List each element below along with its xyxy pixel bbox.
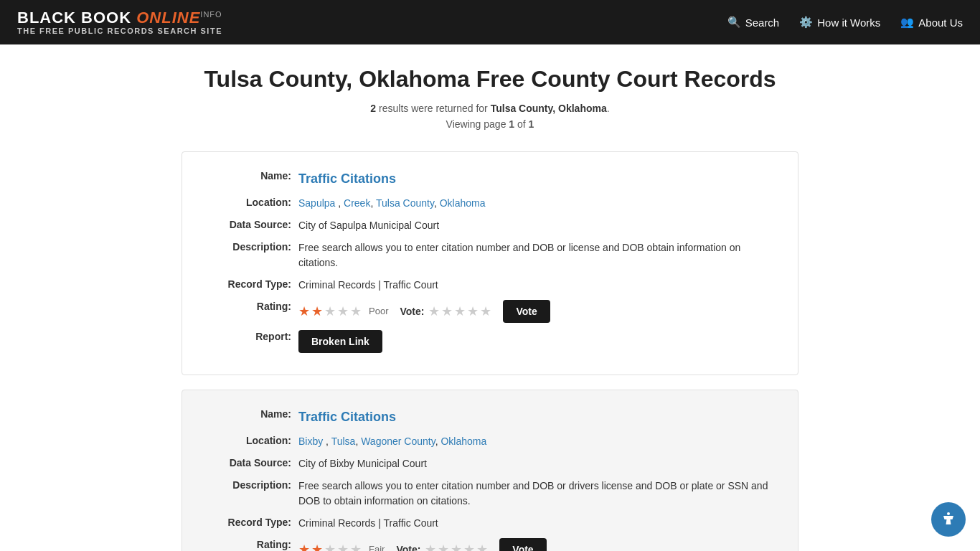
record-name-row-2: Name: Traffic Citations: [205, 408, 775, 427]
record-location-row-2: Location: Bixby , Tulsa, Wagoner County,…: [205, 434, 775, 449]
vote-stars-display-2: ★ ★ ★ ★ ★: [425, 540, 488, 552]
vote-star-2-1[interactable]: ★: [425, 540, 436, 552]
rating-star-1-1: ★: [298, 302, 310, 321]
rating-star-2-3: ★: [324, 540, 336, 552]
record-description-row-2: Description: Free search allows you to e…: [205, 479, 775, 509]
page-total: 1: [529, 118, 534, 130]
logo-subtitle: THE FREE PUBLIC RECORDS SEARCH SITE: [17, 27, 222, 35]
results-text: results were returned for: [379, 103, 491, 114]
record-type-row-1: Record Type: Criminal Records | Traffic …: [205, 278, 775, 293]
description-label-1: Description:: [205, 240, 298, 253]
record-rating-row-1: Rating: ★ ★ ★ ★ ★ Poor Vote:: [205, 300, 775, 323]
rating-text-1: Poor: [369, 304, 388, 319]
rating-stars-1: ★ ★ ★ ★ ★ Poor: [298, 302, 388, 321]
vote-label-2: Vote:: [396, 542, 420, 552]
record-type-value-1: Criminal Records | Traffic Court: [298, 278, 775, 293]
record-datasource-row-2: Data Source: City of Bixby Municipal Cou…: [205, 456, 775, 471]
record-name-value-1: Traffic Citations: [298, 169, 775, 189]
viewing-text: Viewing page: [446, 118, 509, 130]
record-report-row-1: Report: Broken Link: [205, 330, 775, 353]
record-location-value-1: Sapulpa , Creek, Tulsa County, Oklahoma: [298, 196, 775, 211]
logo-online: ONLINE: [136, 9, 200, 27]
vote-star-2-5[interactable]: ★: [476, 540, 488, 552]
vote-block-1: Vote: ★ ★ ★ ★ ★: [400, 302, 491, 321]
logo-info: INFO: [200, 10, 222, 19]
record-datasource-value-2: City of Bixby Municipal Court: [298, 456, 775, 471]
vote-star-1-3[interactable]: ★: [454, 302, 466, 321]
accessibility-icon: [940, 511, 957, 528]
vote-star-2-2[interactable]: ★: [438, 540, 449, 552]
rating-star-1-4: ★: [337, 302, 349, 321]
record-rating-value-1: ★ ★ ★ ★ ★ Poor Vote: ★ ★ ★: [298, 300, 775, 323]
rating-text-2: Fair: [369, 542, 385, 551]
vote-star-2-4[interactable]: ★: [463, 540, 475, 552]
of-text: of: [517, 118, 529, 130]
results-count: 2: [370, 103, 376, 114]
location-bixby[interactable]: Bixby: [298, 435, 323, 447]
vote-star-1-4[interactable]: ★: [467, 302, 479, 321]
record-report-value-1: Broken Link: [298, 330, 775, 353]
page-title: Tulsa County, Oklahoma Free County Court…: [182, 66, 798, 93]
record-name-link-2[interactable]: Traffic Citations: [298, 410, 396, 424]
logo-area: BLACK BOOK ONLINEINFO THE FREE PUBLIC RE…: [17, 9, 222, 35]
record-name-row-1: Name: Traffic Citations: [205, 169, 775, 189]
location-label-1: Location:: [205, 196, 298, 208]
nav-about-us[interactable]: 👥 About Us: [900, 16, 963, 29]
record-datasource-value-1: City of Sapulpa Municipal Court: [298, 218, 775, 233]
record-description-value-2: Free search allows you to enter citation…: [298, 479, 775, 509]
rating-star-2-1: ★: [298, 540, 310, 552]
logo-title: BLACK BOOK ONLINEINFO: [17, 9, 222, 27]
location-wagoner-county[interactable]: Wagoner County: [361, 435, 435, 447]
nav-how-it-works[interactable]: ⚙️ How it Works: [799, 16, 880, 29]
record-type-row-2: Record Type: Criminal Records | Traffic …: [205, 516, 775, 531]
main-content: Tulsa County, Oklahoma Free County Court…: [167, 44, 813, 551]
rating-star-2-4: ★: [337, 540, 349, 552]
location-oklahoma-2[interactable]: Oklahoma: [440, 435, 486, 447]
broken-link-button-1[interactable]: Broken Link: [298, 330, 382, 353]
location-tulsa-county[interactable]: Tulsa County: [376, 197, 434, 209]
report-label-1: Report:: [205, 330, 298, 342]
accessibility-button[interactable]: [931, 502, 966, 537]
results-location: Tulsa County, Oklahoma: [491, 103, 607, 114]
rating-label-2: Rating:: [205, 538, 298, 550]
vote-star-1-1[interactable]: ★: [428, 302, 440, 321]
description-label-2: Description:: [205, 479, 298, 491]
location-sapulpa[interactable]: Sapulpa: [298, 197, 335, 209]
vote-label-1: Vote:: [400, 304, 424, 319]
record-datasource-row-1: Data Source: City of Sapulpa Municipal C…: [205, 218, 775, 233]
vote-star-1-5[interactable]: ★: [480, 302, 491, 321]
datasource-label-2: Data Source:: [205, 456, 298, 468]
record-description-row-1: Description: Free search allows you to e…: [205, 240, 775, 270]
name-label-1: Name:: [205, 169, 298, 182]
rating-star-1-3: ★: [324, 302, 336, 321]
record-name-link-1[interactable]: Traffic Citations: [298, 171, 396, 186]
record-name-value-2: Traffic Citations: [298, 408, 775, 427]
rating-stars-2: ★ ★ ★ ★ ★ Fair: [298, 540, 385, 552]
people-icon: 👥: [900, 16, 914, 29]
rating-star-1-5: ★: [350, 302, 362, 321]
rating-label-1: Rating:: [205, 300, 298, 312]
vote-star-1-2[interactable]: ★: [441, 302, 453, 321]
type-label-2: Record Type:: [205, 516, 298, 528]
record-location-value-2: Bixby , Tulsa, Wagoner County, Oklahoma: [298, 434, 775, 449]
location-oklahoma[interactable]: Oklahoma: [440, 197, 486, 209]
vote-star-2-3[interactable]: ★: [451, 540, 462, 552]
vote-button-2[interactable]: Vote: [499, 538, 546, 551]
rating-star-2-2: ★: [311, 540, 323, 552]
rating-star-2-5: ★: [350, 540, 362, 552]
record-rating-value-2: ★ ★ ★ ★ ★ Fair Vote: ★ ★ ★: [298, 538, 775, 551]
paging-info: Viewing page 1 of 1: [182, 118, 798, 130]
vote-button-1[interactable]: Vote: [503, 300, 550, 323]
record-description-value-1: Free search allows you to enter citation…: [298, 240, 775, 270]
site-header: BLACK BOOK ONLINEINFO THE FREE PUBLIC RE…: [0, 0, 980, 44]
rating-vote-container-1: ★ ★ ★ ★ ★ Poor Vote: ★ ★ ★: [298, 300, 775, 323]
search-icon: 🔍: [727, 16, 741, 29]
location-tulsa[interactable]: Tulsa: [331, 435, 356, 447]
nav-about-us-label: About Us: [918, 17, 963, 29]
name-label-2: Name:: [205, 408, 298, 420]
datasource-label-1: Data Source:: [205, 218, 298, 230]
type-label-1: Record Type:: [205, 278, 298, 290]
vote-stars-display-1: ★ ★ ★ ★ ★: [428, 302, 491, 321]
location-creek[interactable]: Creek: [344, 197, 370, 209]
nav-search[interactable]: 🔍 Search: [727, 16, 780, 29]
